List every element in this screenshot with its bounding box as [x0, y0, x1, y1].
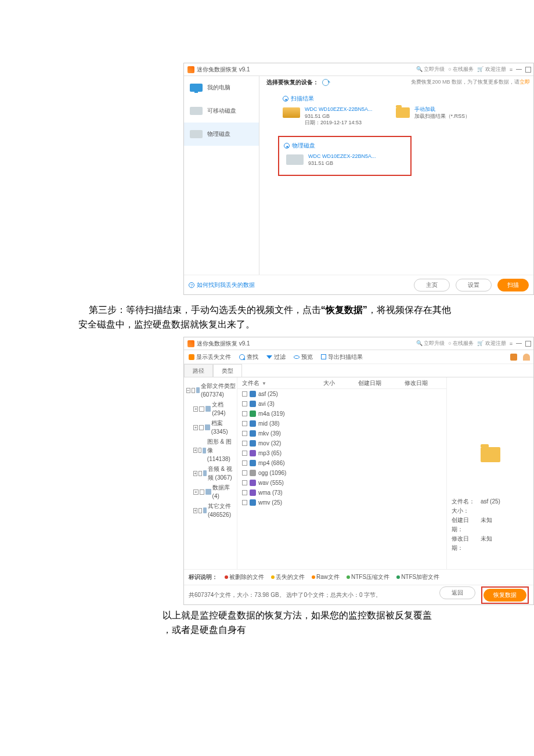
checkbox[interactable] — [242, 441, 247, 446]
upgrade-link[interactable]: 🔍 立即升级 — [416, 340, 445, 347]
checkbox[interactable] — [242, 500, 247, 505]
checkbox[interactable] — [242, 401, 247, 406]
file-row[interactable]: wav (555) — [237, 478, 446, 488]
col-size[interactable]: 大小 — [319, 377, 353, 388]
expand-icon[interactable]: + — [193, 406, 198, 412]
checkbox[interactable] — [199, 406, 204, 412]
register-link[interactable]: 🛒 欢迎注册 — [477, 340, 506, 347]
tab-type[interactable]: 类型 — [213, 364, 242, 377]
file-name: mov (32) — [258, 440, 281, 447]
expand-icon[interactable]: − — [186, 388, 190, 393]
checkbox[interactable] — [242, 391, 247, 397]
checkbox[interactable] — [242, 451, 247, 456]
online-service-link[interactable]: ○ 在线服务 — [448, 66, 474, 73]
file-row[interactable]: ogg (1096) — [237, 468, 446, 478]
checkbox[interactable] — [199, 425, 204, 430]
minimize-icon[interactable] — [516, 343, 522, 344]
tree-item[interactable]: +档案 (3345) — [186, 418, 237, 437]
maximize-icon[interactable] — [525, 67, 531, 73]
checkbox[interactable] — [199, 508, 202, 513]
file-row[interactable]: wma (73) — [237, 488, 446, 498]
sidebar-item-physical[interactable]: 物理磁盘 — [184, 123, 259, 146]
section-physical-disk[interactable]: 物理磁盘 — [284, 142, 406, 150]
file-name: mkv (39) — [258, 430, 281, 437]
register-link[interactable]: 🛒 欢迎注册 — [477, 66, 506, 73]
file-name: wmv (25) — [258, 499, 282, 506]
find-button[interactable]: 查找 — [239, 353, 258, 361]
file-name: ogg (1096) — [258, 470, 286, 476]
checkbox[interactable] — [242, 490, 247, 495]
help-link[interactable]: ? 如何找到我丢失的数据 — [189, 281, 255, 289]
export-button[interactable]: 导出扫描结果 — [321, 353, 363, 361]
scan-result-card[interactable]: WDC WD10EZEX-22BN5A... 931.51 GB 日期：2019… — [283, 106, 373, 127]
sidebar-item-mycomputer[interactable]: 我的电脑 — [184, 76, 259, 99]
type-icon — [205, 424, 210, 430]
file-row[interactable]: mid (38) — [237, 419, 446, 429]
tree-label: 音频 & 视频 (3067) — [208, 465, 237, 482]
section-scan-results[interactable]: 扫描结果 — [283, 95, 533, 103]
share-icon[interactable] — [510, 354, 517, 361]
tree-label: 文档 (294) — [212, 400, 237, 417]
checkbox[interactable] — [242, 421, 247, 426]
checkbox[interactable] — [242, 480, 247, 485]
preview-button[interactable]: 预览 — [294, 353, 313, 361]
file-row[interactable]: wmv (25) — [237, 498, 446, 507]
checkbox[interactable] — [242, 470, 247, 476]
back-button[interactable]: 返回 — [439, 586, 475, 599]
home-button[interactable]: 主页 — [414, 279, 450, 291]
filter-button[interactable]: 过滤 — [266, 353, 286, 361]
status-bar: 共607374个文件，大小：73.98 GB。 选中了0个文件；总共大小：0 字… — [184, 585, 533, 604]
checkbox[interactable] — [200, 489, 205, 495]
checkbox[interactable] — [199, 448, 202, 453]
col-modified[interactable]: 修改日期 — [400, 377, 446, 388]
file-type-tree: −全部文件类型 (607374)+文档 (294)+档案 (3345)+图形 &… — [184, 377, 237, 569]
manual-title: 手动加载 — [414, 106, 471, 113]
expand-icon[interactable]: + — [193, 448, 197, 453]
online-service-link[interactable]: ○ 在线服务 — [448, 340, 474, 347]
recover-button[interactable]: 恢复数据 — [484, 589, 526, 602]
sidebar-item-label: 我的电脑 — [207, 84, 230, 92]
tree-item[interactable]: +图形 & 图像 (114138) — [186, 437, 237, 464]
article-paragraph-conclusion: 以上就是监控硬盘数据的恢复方法，如果您的监控数据被反复覆盖 ，或者是硬盘自身有 — [0, 609, 534, 638]
checkbox[interactable] — [242, 411, 247, 416]
tree-item[interactable]: −全部文件类型 (607374) — [186, 381, 237, 399]
user-icon[interactable] — [523, 354, 530, 361]
checkbox[interactable] — [199, 471, 202, 476]
tree-item[interactable]: +数据库 (4) — [186, 483, 237, 501]
checkbox[interactable] — [242, 431, 247, 436]
sort-icon: ▼ — [262, 381, 266, 386]
file-row[interactable]: m4a (319) — [237, 409, 446, 419]
maximize-icon[interactable] — [525, 341, 531, 347]
expand-icon[interactable]: + — [193, 508, 197, 513]
menu-icon[interactable]: ≡ — [510, 341, 513, 347]
checkbox[interactable] — [242, 460, 247, 466]
file-row[interactable]: mp4 (686) — [237, 458, 446, 468]
settings-button[interactable]: 设置 — [456, 279, 492, 291]
expand-icon[interactable]: + — [193, 471, 197, 476]
upgrade-link[interactable]: 🔍 立即升级 — [416, 66, 445, 73]
menu-icon[interactable]: ≡ — [510, 67, 513, 73]
minimize-icon[interactable] — [516, 69, 522, 70]
type-icon — [203, 507, 207, 513]
scan-button[interactable]: 扫描 — [497, 279, 529, 291]
show-lost-button[interactable]: 显示丢失文件 — [189, 353, 231, 361]
file-row[interactable]: mkv (39) — [237, 429, 446, 438]
manual-load-card[interactable]: 手动加载 加载扫描结果（*.RSS） — [396, 106, 471, 127]
expand-icon[interactable]: + — [193, 489, 199, 495]
checkbox[interactable] — [192, 388, 195, 393]
physical-disk-card[interactable]: WDC WD10EZEX-22BN5A... 931.51 GB — [286, 153, 406, 167]
tree-item[interactable]: +其它文件 (486526) — [186, 501, 237, 520]
status-text: 共607374个文件，大小：73.98 GB。 选中了0个文件；总共大小：0 字… — [189, 591, 381, 599]
refresh-icon[interactable] — [322, 79, 329, 86]
expand-icon[interactable]: + — [193, 425, 198, 430]
tab-path[interactable]: 路径 — [184, 364, 213, 377]
col-filename[interactable]: 文件名▼ — [237, 377, 319, 388]
tree-item[interactable]: +音频 & 视频 (3067) — [186, 464, 237, 483]
sidebar-item-removable[interactable]: 可移动磁盘 — [184, 99, 259, 123]
col-created[interactable]: 创建日期 — [353, 377, 400, 388]
tree-item[interactable]: +文档 (294) — [186, 399, 237, 418]
file-row[interactable]: avi (3) — [237, 399, 446, 409]
file-row[interactable]: asf (25) — [237, 389, 446, 399]
file-row[interactable]: mp3 (65) — [237, 448, 446, 458]
file-row[interactable]: mov (32) — [237, 438, 446, 448]
